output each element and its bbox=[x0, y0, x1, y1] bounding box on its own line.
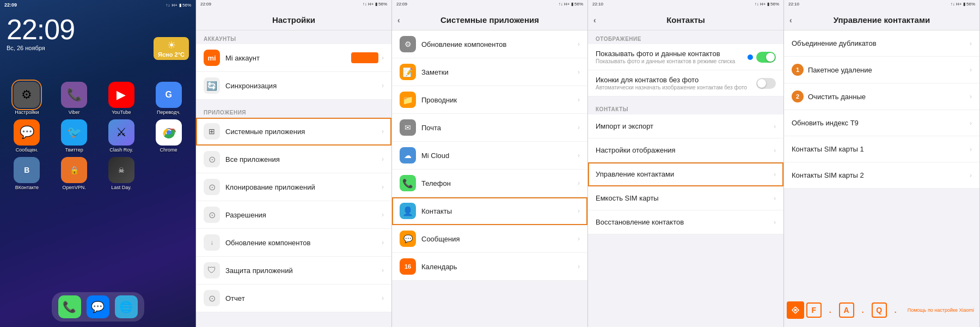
update-icon: ↓ bbox=[204, 234, 220, 251]
signal-icon: ↑↓ bbox=[166, 3, 170, 8]
batch-delete-item[interactable]: 1 Пакетное удаление › bbox=[784, 57, 979, 83]
system-apps-text: Системные приложения bbox=[225, 128, 382, 136]
restore-contacts-item[interactable]: Восстановление контактов › bbox=[588, 210, 783, 234]
sms-item[interactable]: 💬 Сообщения › bbox=[392, 225, 587, 253]
divider-1 bbox=[196, 100, 391, 104]
clear-data-number: 2 bbox=[792, 90, 804, 102]
app-viber[interactable]: 📞 Viber bbox=[53, 82, 96, 115]
app-lastday[interactable]: ☠ Last Day. bbox=[100, 157, 143, 190]
weather-temp: Ясно 2°C bbox=[158, 51, 185, 58]
status-bar-home: 22:09 ↑↓ H+ ▮ 56% bbox=[0, 0, 195, 10]
all-apps-item[interactable]: ⊙ Все приложения › bbox=[196, 146, 391, 173]
app-settings[interactable]: ⚙ Настройки bbox=[5, 82, 48, 115]
system-apps-screen: 22:09 ↑↓ H+ ▮ 56% ‹ Системные приложения… bbox=[392, 0, 588, 327]
app-clash[interactable]: ⚔ Clash Roy. bbox=[100, 119, 143, 153]
import-export-item[interactable]: Импорт и экспорт › bbox=[588, 114, 783, 138]
phone-item[interactable]: 📞 Телефон › bbox=[392, 169, 587, 197]
settings-header: Настройки bbox=[196, 9, 391, 31]
import-export-title: Импорт и экспорт bbox=[596, 122, 774, 130]
weather-box: ☀ Ясно 2°C bbox=[154, 37, 189, 60]
app-openvpn[interactable]: 🔒 OpenVPN. bbox=[53, 157, 96, 190]
back-icon-p4: ‹ bbox=[593, 16, 596, 25]
clear-data-item[interactable]: 2 Очистить данные › bbox=[784, 83, 979, 110]
section-contacts-p4: КОНТАКТЫ bbox=[588, 101, 783, 114]
micloud-icon: ☁ bbox=[400, 147, 416, 164]
p4-status-time: 22:10 bbox=[592, 2, 603, 7]
contact-icons-text: Иконки для контактов без фото Автоматиче… bbox=[596, 76, 756, 90]
p5-status-time: 22:10 bbox=[788, 2, 799, 7]
update-item[interactable]: ↓ Обновление компонентов › bbox=[196, 229, 391, 257]
show-photo-toggle[interactable] bbox=[756, 52, 776, 63]
viber-icon: 📞 bbox=[61, 82, 87, 108]
report-text: Отчет bbox=[225, 294, 382, 302]
mi-account-text: Mi аккаунт bbox=[225, 54, 351, 62]
display-settings-item[interactable]: Настройки отображения › bbox=[588, 138, 783, 162]
mi-icon: mi bbox=[204, 50, 220, 66]
dock: 📞 💬 🌐 bbox=[52, 292, 144, 322]
contact-icons-subtitle: Автоматически назначать изображение конт… bbox=[596, 84, 756, 90]
perm-arrow: › bbox=[382, 211, 384, 219]
app-translate[interactable]: G Переводч. bbox=[147, 82, 190, 115]
explorer-item[interactable]: 📁 Проводник › bbox=[392, 86, 587, 114]
manage-contacts-item[interactable]: Управление контактами › bbox=[588, 162, 783, 186]
perm-item[interactable]: ⊙ Разрешения › bbox=[196, 201, 391, 229]
app-vk[interactable]: В ВКонтакте bbox=[5, 157, 48, 190]
sim2-contacts-item[interactable]: Контакты SIM карты 2 › bbox=[784, 162, 979, 189]
dock-browser[interactable]: 🌐 bbox=[115, 295, 138, 318]
restore-contacts-title: Восстановление контактов bbox=[596, 218, 774, 226]
protect-item[interactable]: 🛡 Защита приложений › bbox=[196, 257, 391, 284]
sync-title: Синхронизация bbox=[225, 82, 382, 90]
contacts-header: ‹ Контакты bbox=[588, 9, 783, 31]
openvpn-icon: 🔒 bbox=[61, 157, 87, 183]
merge-duplicates-item[interactable]: Объединение дубликатов › bbox=[784, 31, 979, 57]
back-button-p3[interactable]: ‹ bbox=[397, 16, 400, 25]
p3-status-time: 22:09 bbox=[396, 2, 407, 7]
contact-icons-toggle[interactable] bbox=[756, 78, 776, 89]
sync-text: Синхронизация bbox=[225, 82, 382, 90]
contacts-settings-screen: 22:10 ↑↓ H+ ▮ 56% ‹ Контакты ОТОБРАЖЕНИЕ… bbox=[588, 0, 784, 327]
mi-badge bbox=[351, 52, 378, 63]
back-icon-p5: ‹ bbox=[789, 16, 792, 25]
blue-dot-indicator bbox=[748, 55, 753, 60]
sim-capacity-item[interactable]: Емкость SIM карты › bbox=[588, 186, 783, 210]
contacts-icon: 👤 bbox=[400, 203, 416, 219]
app-twitter[interactable]: 🐦 Твиттер bbox=[53, 119, 96, 153]
sim1-contacts-title: Контакты SIM карты 1 bbox=[792, 145, 970, 153]
back-button-p5[interactable]: ‹ bbox=[789, 16, 792, 25]
clear-data-title: Очистить данные bbox=[808, 93, 970, 101]
system-apps-item[interactable]: ⊞ Системные приложения › bbox=[196, 118, 391, 146]
explorer-title: Проводник bbox=[421, 96, 578, 104]
app-vk-label: ВКонтакте bbox=[15, 185, 39, 190]
sim1-contacts-item[interactable]: Контакты SIM карты 1 › bbox=[784, 136, 979, 162]
contact-icons-item[interactable]: Иконки для контактов без фото Автоматиче… bbox=[588, 70, 783, 96]
sync-item[interactable]: 🔄 Синхронизация › bbox=[196, 72, 391, 100]
app-grid: ⚙ Настройки 📞 Viber ▶ YouTube G Переводч… bbox=[0, 71, 195, 196]
mi-arrow: › bbox=[382, 54, 384, 62]
micloud-item[interactable]: ☁ Mi Cloud › bbox=[392, 142, 587, 169]
app-chrome[interactable]: Chrome bbox=[147, 119, 190, 153]
dock-phone[interactable]: 📞 bbox=[58, 295, 81, 318]
update-arrow: › bbox=[382, 239, 384, 246]
app-messages[interactable]: 💬 Сообщен. bbox=[5, 119, 48, 153]
notes-item[interactable]: 📝 Заметки › bbox=[392, 58, 587, 86]
contacts-item[interactable]: 👤 Контакты › bbox=[392, 197, 587, 225]
dock-messages[interactable]: 💬 bbox=[87, 295, 109, 318]
chrome-icon bbox=[156, 119, 182, 146]
manage-contacts-title: Управление контактами bbox=[596, 170, 774, 178]
report-item[interactable]: ⊙ Отчет › bbox=[196, 284, 391, 312]
mail-item[interactable]: ✉ Почта › bbox=[392, 114, 587, 142]
system-apps-header: ‹ Системные приложения bbox=[392, 9, 587, 31]
all-apps-title: Все приложения bbox=[225, 155, 382, 164]
update-t9-item[interactable]: Обновить индекс T9 › bbox=[784, 110, 979, 136]
show-photo-item[interactable]: Показывать фото и данные контактов Показ… bbox=[588, 44, 783, 70]
calendar-title: Календарь bbox=[421, 263, 578, 271]
clone-item[interactable]: ⊙ Клонирование приложений › bbox=[196, 173, 391, 201]
back-button-p4[interactable]: ‹ bbox=[593, 16, 596, 25]
calendar-item[interactable]: 16 Календарь › bbox=[392, 253, 587, 281]
clone-title: Клонирование приложений bbox=[225, 183, 382, 191]
batch-delete-number: 1 bbox=[792, 64, 804, 76]
update-comp-item[interactable]: ⚙ Обновление компонентов › bbox=[392, 31, 587, 58]
mi-account-item[interactable]: mi Mi аккаунт › bbox=[196, 44, 391, 72]
show-photo-subtitle: Показывать фото и данные контактов в реж… bbox=[596, 58, 748, 64]
app-youtube[interactable]: ▶ YouTube bbox=[100, 82, 143, 115]
